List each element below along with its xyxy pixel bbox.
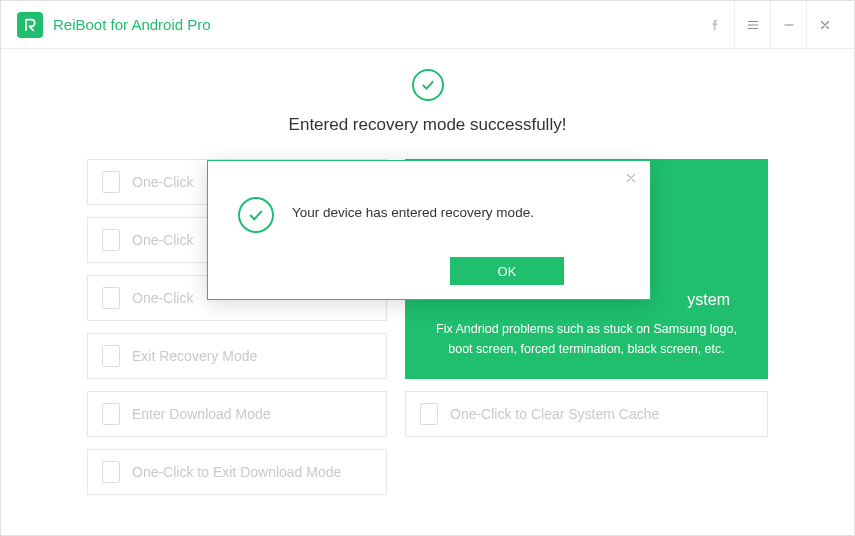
success-header: Entered recovery mode successfully! [1, 69, 854, 135]
ok-button[interactable]: OK [450, 257, 564, 285]
option-label: One-Click to Clear System Cache [450, 406, 659, 422]
titlebar-controls [698, 1, 842, 49]
close-button[interactable] [806, 1, 842, 49]
success-modal: Your device has entered recovery mode. O… [207, 160, 651, 300]
titlebar: ReiBoot for Android Pro [1, 1, 854, 49]
modal-check-icon [238, 197, 274, 233]
option-label: Enter Download Mode [132, 406, 271, 422]
phone-icon [102, 229, 120, 251]
phone-icon [102, 345, 120, 367]
option-exit-download[interactable]: One-Click to Exit Download Mode [87, 449, 387, 495]
phone-icon [420, 403, 438, 425]
modal-footer: OK [450, 257, 564, 285]
option-label: Exit Recovery Mode [132, 348, 257, 364]
phone-icon [102, 403, 120, 425]
option-enter-download[interactable]: Enter Download Mode [87, 391, 387, 437]
facebook-icon[interactable] [698, 1, 734, 49]
option-clear-cache[interactable]: One-Click to Clear System Cache [405, 391, 768, 437]
phone-icon [102, 171, 120, 193]
minimize-button[interactable] [770, 1, 806, 49]
phone-icon [102, 287, 120, 309]
app-title: ReiBoot for Android Pro [53, 16, 211, 33]
modal-close-button[interactable] [624, 171, 638, 189]
option-exit-recovery[interactable]: Exit Recovery Mode [87, 333, 387, 379]
app-logo-icon [17, 12, 43, 38]
option-label: One-Click [132, 232, 193, 248]
phone-icon [102, 461, 120, 483]
app-window: ReiBoot for Android Pro Entered recovery… [0, 0, 855, 536]
modal-body: Your device has entered recovery mode. [208, 161, 650, 233]
option-label: One-Click to Exit Download Mode [132, 464, 341, 480]
option-label: One-Click [132, 174, 193, 190]
menu-icon[interactable] [734, 1, 770, 49]
success-message: Entered recovery mode successfully! [289, 115, 567, 135]
option-label: One-Click [132, 290, 193, 306]
repair-description: Fix Andriod problems such as stuck on Sa… [433, 319, 740, 359]
modal-message: Your device has entered recovery mode. [292, 197, 534, 220]
success-check-icon [412, 69, 444, 101]
